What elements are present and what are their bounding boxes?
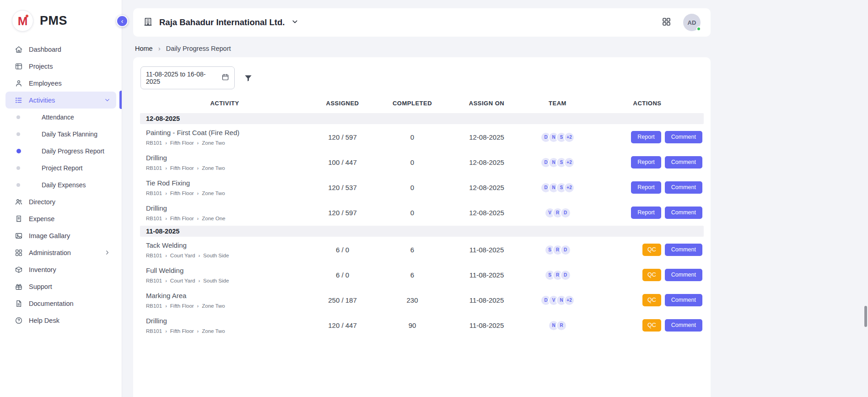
sidebar-collapse-button[interactable]: ‹ bbox=[116, 15, 128, 27]
comment-button[interactable]: Comment bbox=[665, 319, 702, 332]
bullet-dot-icon bbox=[16, 115, 20, 119]
row-actions: QCComment bbox=[591, 244, 704, 256]
activity-cell: Full Welding RB101›Court Yard›South Side bbox=[140, 266, 309, 283]
breadcrumb-home-link[interactable]: Home bbox=[135, 45, 153, 52]
sidebar-item-image-gallary[interactable]: Image Gallary bbox=[5, 227, 116, 244]
activity-cell: Tie Rod Fixing RB101›Fifth Floor›Zone Tw… bbox=[140, 179, 309, 196]
topbar-right: AD bbox=[662, 14, 701, 31]
sidebar-item-help-desk[interactable]: Help Desk bbox=[5, 312, 116, 329]
activity-location-path: RB101›Fifth Floor›Zone Two bbox=[146, 165, 309, 171]
app-title: PMS bbox=[40, 14, 67, 28]
logo-mark-icon: M bbox=[12, 10, 33, 32]
completed-value: 90 bbox=[376, 321, 449, 329]
sidebar-item-support[interactable]: Support bbox=[5, 278, 116, 295]
sidebar-subitem-daily-expenses[interactable]: Daily Expenses bbox=[0, 176, 122, 193]
team-avatar: R bbox=[556, 320, 567, 331]
activity-row: Drilling RB101›Fifth Floor›Zone Two 120 … bbox=[140, 313, 704, 338]
chevron-right-icon: › bbox=[165, 253, 167, 258]
path-segment: Fifth Floor bbox=[170, 140, 194, 146]
sidebar-item-dashboard[interactable]: Dashboard bbox=[5, 41, 116, 58]
building-icon bbox=[143, 17, 153, 28]
user-avatar[interactable]: AD bbox=[683, 14, 701, 31]
row-actions: QCComment bbox=[591, 294, 704, 307]
path-segment: Zone Two bbox=[202, 165, 225, 171]
column-header-assigned: ASSIGNED bbox=[309, 100, 376, 107]
sidebar-subitem-attendance[interactable]: Attendance bbox=[0, 109, 122, 125]
path-segment: Zone Two bbox=[202, 303, 225, 309]
sidebar-item-directory[interactable]: Directory bbox=[5, 193, 116, 210]
sidebar-item-label: Employees bbox=[29, 80, 62, 87]
team-avatar-group[interactable]: DNS+2 bbox=[524, 182, 591, 193]
completed-value: 0 bbox=[376, 184, 449, 191]
comment-button[interactable]: Comment bbox=[665, 156, 702, 169]
help-icon bbox=[15, 316, 23, 325]
comment-button[interactable]: Comment bbox=[665, 131, 702, 144]
path-segment: Zone Two bbox=[202, 190, 225, 196]
report-button[interactable]: Report bbox=[631, 181, 661, 194]
team-avatar-group[interactable]: DNS+2 bbox=[524, 157, 591, 168]
date-group-header: 11-08-2025 bbox=[140, 226, 704, 237]
team-avatar-group[interactable]: SRD bbox=[524, 245, 591, 256]
chevron-right-icon bbox=[104, 249, 111, 256]
sidebar-item-documentation[interactable]: Documentation bbox=[5, 295, 116, 312]
comment-button[interactable]: Comment bbox=[665, 269, 702, 282]
scrollbar-thumb[interactable] bbox=[864, 306, 867, 327]
qc-button[interactable]: QC bbox=[642, 269, 661, 282]
activity-location-path: RB101›Court Yard›South Side bbox=[146, 253, 309, 258]
sidebar-item-expense[interactable]: Expense bbox=[5, 210, 116, 227]
apps-grid-icon[interactable] bbox=[662, 17, 671, 28]
row-actions: ReportComment bbox=[591, 156, 704, 169]
sidebar-item-label: Projects bbox=[29, 63, 53, 70]
page-scrollbar[interactable] bbox=[863, 0, 868, 397]
sidebar-subitem-project-report[interactable]: Project Report bbox=[0, 159, 122, 176]
company-selector[interactable]: Raja Bahadur International Ltd. bbox=[143, 17, 299, 28]
qc-button[interactable]: QC bbox=[642, 244, 661, 256]
sidebar-item-inventory[interactable]: Inventory bbox=[5, 261, 116, 278]
path-segment: RB101 bbox=[146, 140, 162, 146]
chevron-right-icon: › bbox=[197, 140, 199, 146]
qc-button[interactable]: QC bbox=[642, 294, 661, 307]
date-group-header: 12-08-2025 bbox=[140, 113, 704, 124]
sidebar-subitem-label: Project Report bbox=[42, 164, 82, 172]
comment-button[interactable]: Comment bbox=[665, 244, 702, 256]
column-header-actions: ACTIONS bbox=[591, 100, 704, 107]
sidebar-subitem-label: Daily Progress Report bbox=[42, 147, 104, 155]
assign-on-date: 11-08-2025 bbox=[449, 271, 524, 279]
comment-button[interactable]: Comment bbox=[665, 294, 702, 307]
sidebar-item-label: Help Desk bbox=[29, 317, 59, 324]
team-avatar-group[interactable]: DVN+2 bbox=[524, 295, 591, 306]
team-avatar-group[interactable]: NR bbox=[524, 320, 591, 331]
sidebar-subitem-daily-progress-report[interactable]: Daily Progress Report bbox=[0, 142, 122, 159]
directory-icon bbox=[15, 198, 23, 206]
activity-location-path: RB101›Fifth Floor›Zone Two bbox=[146, 328, 309, 334]
team-avatar-group[interactable]: SRD bbox=[524, 270, 591, 281]
activities-icon bbox=[15, 96, 23, 104]
activity-name: Painting - First Coat (Fire Red) bbox=[146, 129, 309, 136]
comment-button[interactable]: Comment bbox=[665, 181, 702, 194]
completed-value: 230 bbox=[376, 296, 449, 304]
qc-button[interactable]: QC bbox=[642, 319, 661, 332]
report-button[interactable]: Report bbox=[631, 131, 661, 144]
sidebar-item-activities[interactable]: Activities bbox=[5, 92, 116, 109]
comment-button[interactable]: Comment bbox=[665, 207, 702, 219]
team-avatar-group[interactable]: VRD bbox=[524, 207, 591, 218]
sidebar-item-administration[interactable]: Administration bbox=[5, 244, 116, 261]
sidebar-item-employees[interactable]: Employees bbox=[5, 75, 116, 92]
logo-letter: M bbox=[18, 15, 28, 27]
report-button[interactable]: Report bbox=[631, 207, 661, 219]
activity-location-path: RB101›Fifth Floor›Zone Two bbox=[146, 140, 309, 146]
bullet-dot-icon bbox=[16, 149, 21, 153]
assign-on-date: 12-08-2025 bbox=[449, 133, 524, 141]
date-range-input[interactable]: 11-08-2025 to 16-08-2025 bbox=[140, 66, 235, 89]
activity-row: Painting - First Coat (Fire Red) RB101›F… bbox=[140, 125, 704, 150]
filter-funnel-icon[interactable] bbox=[244, 74, 253, 82]
activity-row: Drilling RB101›Fifth Floor›Zone One 120 … bbox=[140, 200, 704, 225]
assign-on-date: 11-08-2025 bbox=[449, 246, 524, 254]
report-button[interactable]: Report bbox=[631, 156, 661, 169]
path-segment: Fifth Floor bbox=[170, 190, 194, 196]
sidebar-subitem-label: Daily Task Planning bbox=[42, 131, 97, 138]
sidebar-subitem-daily-task-planning[interactable]: Daily Task Planning bbox=[0, 125, 122, 142]
team-avatar-group[interactable]: DNS+2 bbox=[524, 132, 591, 143]
activity-name: Tie Rod Fixing bbox=[146, 179, 309, 187]
sidebar-item-projects[interactable]: Projects bbox=[5, 58, 116, 75]
